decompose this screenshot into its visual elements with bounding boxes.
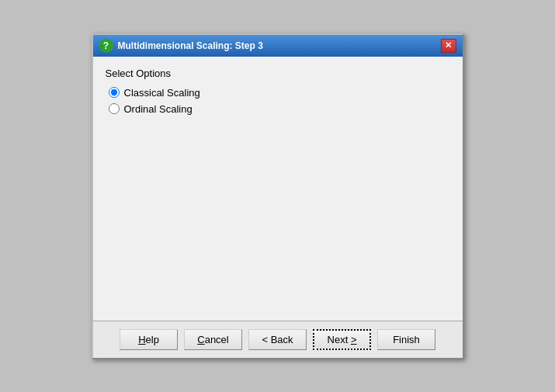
- radio-ordinal-label: Ordinal Scaling: [124, 103, 193, 115]
- help-button-label: Help: [138, 334, 159, 345]
- title-bar: ? Multidimensional Scaling: Step 3 ✕: [93, 35, 463, 57]
- main-window: ? Multidimensional Scaling: Step 3 ✕ Sel…: [92, 33, 464, 359]
- help-icon: ?: [99, 39, 113, 53]
- radio-classical[interactable]: [109, 87, 120, 98]
- radio-classical-label: Classical Scaling: [124, 87, 200, 99]
- title-bar-left: ? Multidimensional Scaling: Step 3: [99, 39, 263, 53]
- back-button-label: < Back: [262, 334, 293, 345]
- close-button[interactable]: ✕: [441, 39, 456, 53]
- next-button[interactable]: Next >: [313, 329, 371, 350]
- finish-button[interactable]: Finish: [377, 329, 435, 350]
- content-area: Select Options Classical Scaling Ordinal…: [93, 57, 463, 321]
- radio-item-classical[interactable]: Classical Scaling: [109, 87, 450, 99]
- window-title: Multidimensional Scaling: Step 3: [118, 40, 263, 51]
- cancel-button-label: Cancel: [197, 334, 228, 345]
- next-button-label: Next >: [328, 334, 357, 345]
- help-button[interactable]: Help: [120, 329, 178, 350]
- back-button[interactable]: < Back: [248, 329, 307, 350]
- section-label: Select Options: [106, 68, 450, 79]
- radio-group: Classical Scaling Ordinal Scaling: [109, 87, 450, 115]
- radio-item-ordinal[interactable]: Ordinal Scaling: [109, 103, 450, 115]
- button-bar: Help Cancel < Back Next > Finish: [93, 321, 463, 358]
- close-icon: ✕: [445, 40, 452, 50]
- finish-button-label: Finish: [393, 334, 420, 345]
- radio-ordinal[interactable]: [109, 103, 120, 114]
- cancel-button[interactable]: Cancel: [184, 329, 242, 350]
